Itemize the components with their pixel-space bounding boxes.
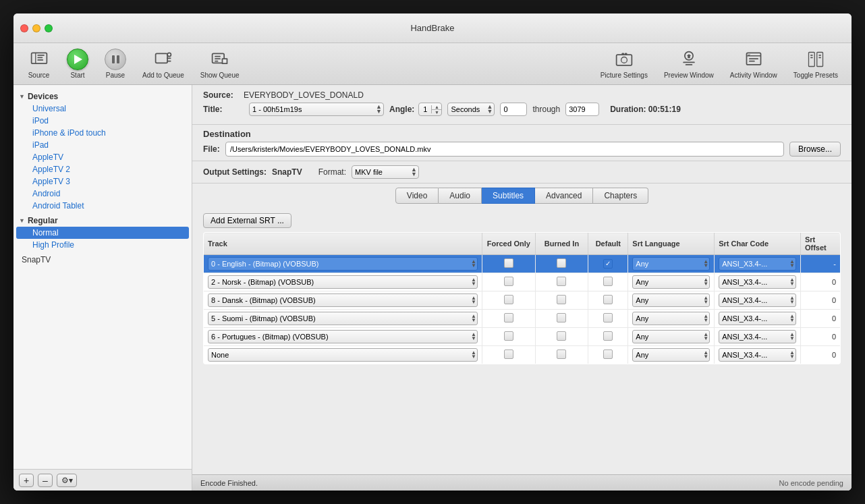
destination-row: File: Browse... xyxy=(203,142,841,157)
preview-window-button[interactable]: Preview Window xyxy=(657,45,721,83)
svg-rect-16 xyxy=(223,59,226,63)
browse-button[interactable]: Browse... xyxy=(789,142,841,157)
srt-char-code-cell: ANSI_X3.4-... ▲▼ xyxy=(715,310,801,328)
subtitles-panel: Add External SRT ... Track Forced Only B… xyxy=(192,208,852,474)
burned-in-checkbox-4[interactable] xyxy=(557,331,566,341)
tab-audio[interactable]: Audio xyxy=(439,188,482,204)
burned-in-checkbox-0[interactable] xyxy=(557,258,566,268)
sidebar-item-snaptv[interactable]: SnapTV xyxy=(16,254,189,266)
srt-lang-select-4[interactable]: Any xyxy=(632,330,710,343)
srt-char-code-cell: ANSI_X3.4-... ▲▼ xyxy=(715,255,801,273)
svg-rect-2 xyxy=(37,55,45,56)
close-button[interactable] xyxy=(20,24,28,32)
track-select-4[interactable]: 6 - Portugues - (Bitmap) (VOBSUB) xyxy=(208,330,478,343)
track-select-0[interactable]: 0 - English - (Bitmap) (VOBSUB) xyxy=(208,257,478,271)
track-select-1[interactable]: 2 - Norsk - (Bitmap) (VOBSUB) xyxy=(208,275,478,289)
pause-button[interactable]: Pause xyxy=(98,45,133,83)
default-checkbox-1[interactable] xyxy=(603,277,613,286)
sidebar-group-devices[interactable]: ▼ Devices xyxy=(13,90,192,103)
forced-only-checkbox-2[interactable] xyxy=(504,295,513,304)
sidebar-item-ipod[interactable]: iPod xyxy=(16,115,189,127)
file-path-input[interactable] xyxy=(225,142,784,157)
col-default: Default xyxy=(588,233,628,255)
track-cell: 0 - English - (Bitmap) (VOBSUB) ▲▼ xyxy=(204,255,482,273)
srt-char-wrapper: ANSI_X3.4-... ▲▼ xyxy=(719,275,796,289)
add-to-queue-icon xyxy=(152,49,174,70)
angle-increment[interactable]: ▲ xyxy=(432,105,441,110)
sidebar-item-ipad[interactable]: iPad xyxy=(16,139,189,151)
burned-in-checkbox-2[interactable] xyxy=(557,295,566,304)
default-checkbox-4[interactable] xyxy=(603,331,613,341)
tab-video[interactable]: Video xyxy=(395,188,439,204)
default-checkbox-5[interactable] xyxy=(603,349,613,359)
source-button[interactable]: Source xyxy=(20,45,57,83)
sidebar-item-iphone-ipod-touch[interactable]: iPhone & iPod touch xyxy=(16,127,189,139)
sidebar-item-universal[interactable]: Universal xyxy=(16,103,189,115)
add-srt-button[interactable]: Add External SRT ... xyxy=(203,213,291,228)
track-select-5[interactable]: None xyxy=(208,348,478,362)
srt-char-select-5[interactable]: ANSI_X3.4-... xyxy=(719,348,796,362)
burned-in-checkbox-1[interactable] xyxy=(557,277,566,286)
default-checkbox-2[interactable] xyxy=(603,295,613,304)
forced-only-checkbox-3[interactable] xyxy=(504,313,513,323)
add-preset-button[interactable]: + xyxy=(19,474,34,487)
picture-settings-button[interactable]: Picture Settings xyxy=(594,45,654,83)
default-checkbox-3[interactable] xyxy=(603,313,613,323)
forced-only-checkbox-5[interactable] xyxy=(504,349,513,359)
start-button[interactable]: Start xyxy=(60,45,95,83)
srt-char-select-4[interactable]: ANSI_X3.4-... xyxy=(719,330,796,343)
tab-chapters[interactable]: Chapters xyxy=(593,188,648,204)
track-select-3[interactable]: 5 - Suomi - (Bitmap) (VOBSUB) xyxy=(208,312,478,325)
angle-stepper[interactable]: 1 ▲ ▼ xyxy=(418,103,442,116)
srt-char-select-2[interactable]: ANSI_X3.4-... xyxy=(719,293,796,307)
sidebar-item-android[interactable]: Android xyxy=(16,188,189,200)
status-right: No encode pending xyxy=(779,479,843,487)
activity-window-button[interactable]: Activity Window xyxy=(723,45,784,83)
srt-char-select-3[interactable]: ANSI_X3.4-... xyxy=(719,312,796,325)
add-to-queue-button[interactable]: Add to Queue xyxy=(136,45,191,83)
srt-lang-select-0[interactable]: Any xyxy=(632,257,710,271)
tab-advanced[interactable]: Advanced xyxy=(535,188,593,204)
burned-in-checkbox-3[interactable] xyxy=(557,313,566,323)
sidebar-item-normal[interactable]: Normal xyxy=(16,227,189,239)
minimize-button[interactable] xyxy=(32,24,40,32)
default-checkbox-0[interactable] xyxy=(603,259,613,269)
track-select-2[interactable]: 8 - Dansk - (Bitmap) (VOBSUB) xyxy=(208,293,478,307)
title-select[interactable]: 1 - 00h51m19s xyxy=(249,103,384,116)
forced-only-checkbox-1[interactable] xyxy=(504,277,513,286)
tab-subtitles[interactable]: Subtitles xyxy=(482,188,535,204)
srt-char-select-0[interactable]: ANSI_X3.4-... xyxy=(719,257,796,271)
table-header-row: Track Forced Only Burned In Default Srt … xyxy=(204,233,841,255)
sidebar-item-android-tablet[interactable]: Android Tablet xyxy=(16,200,189,212)
sidebar-item-appletv[interactable]: AppleTV xyxy=(16,151,189,163)
from-input[interactable] xyxy=(500,103,527,116)
angle-decrement[interactable]: ▼ xyxy=(432,110,441,115)
maximize-button[interactable] xyxy=(45,24,53,32)
sidebar-item-appletv2[interactable]: AppleTV 2 xyxy=(16,163,189,175)
show-queue-button[interactable]: Show Queue xyxy=(194,45,246,83)
preset-options-button[interactable]: ⚙▾ xyxy=(57,474,77,487)
srt-char-wrapper: ANSI_X3.4-... ▲▼ xyxy=(719,312,796,325)
burned-in-checkbox-5[interactable] xyxy=(557,349,566,359)
srt-lang-select-1[interactable]: Any xyxy=(632,275,710,289)
srt-lang-select-2[interactable]: Any xyxy=(632,293,710,307)
forced-only-checkbox-4[interactable] xyxy=(504,331,513,341)
through-input[interactable] xyxy=(565,103,599,116)
toggle-presets-button[interactable]: Toggle Presets xyxy=(787,45,845,83)
srt-lang-select-3[interactable]: Any xyxy=(632,312,710,325)
main-content: ▼ Devices Universal iPod iPhone & iPod t… xyxy=(13,85,852,491)
srt-char-select-1[interactable]: ANSI_X3.4-... xyxy=(719,275,796,289)
forced-only-checkbox-0[interactable] xyxy=(504,258,513,268)
duration-label: Duration: 00:51:19 xyxy=(610,105,681,114)
srt-lang-select-5[interactable]: Any xyxy=(632,348,710,362)
picture-settings-label: Picture Settings xyxy=(601,72,648,79)
svg-point-18 xyxy=(621,57,627,63)
remove-preset-button[interactable]: – xyxy=(38,474,53,487)
srt-lang-wrapper: Any ▲▼ xyxy=(632,257,710,271)
sidebar-item-high-profile[interactable]: High Profile xyxy=(16,239,189,251)
regular-label: Regular xyxy=(28,216,58,225)
sidebar-item-appletv3[interactable]: AppleTV 3 xyxy=(16,175,189,188)
seconds-select[interactable]: Seconds xyxy=(447,103,495,116)
format-select[interactable]: MKV file xyxy=(352,165,419,179)
sidebar-group-regular[interactable]: ▼ Regular xyxy=(13,215,192,227)
